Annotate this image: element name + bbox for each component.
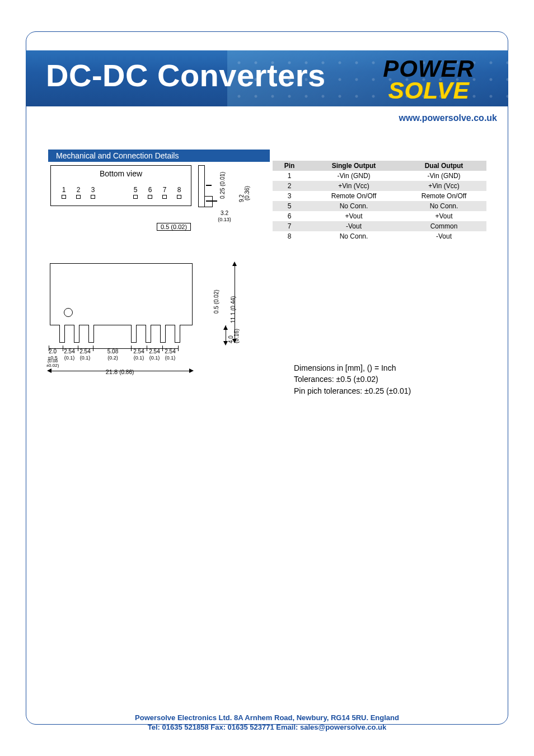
dim-lead-in2: ±0.02) bbox=[46, 363, 59, 368]
dim-lead-0-5: 0.5 (0.02) bbox=[157, 223, 191, 231]
dim-val: 2.54 bbox=[149, 348, 160, 354]
table-row: 2+Vin (Vcc)+Vin (Vcc) bbox=[273, 181, 486, 191]
dim-tick bbox=[178, 346, 179, 351]
website-url: www.powersolve.co.uk bbox=[399, 113, 497, 123]
mounting-hole-icon bbox=[64, 308, 73, 317]
arrow-up-icon bbox=[223, 325, 228, 330]
dimension-note-2: Tolerances: ±0.5 (±0.02) bbox=[294, 374, 411, 385]
pin-pad-6 bbox=[148, 195, 152, 199]
dim-tick bbox=[93, 346, 93, 351]
dim-val: 2.54 bbox=[165, 348, 175, 354]
side-profile-body bbox=[198, 165, 205, 207]
dim-h-0-5: 0.5 (0.02) bbox=[213, 290, 219, 314]
drawing-bottom-view: Bottom view 1 2 3 5 6 7 8 0.25 (0.01) 9.… bbox=[50, 162, 252, 241]
dimension-notes: Dimensions in [mm], () = Inch Tolerances… bbox=[294, 362, 411, 396]
dimension-note-3: Pin pich tolerances: ±0.25 (±0.01) bbox=[294, 385, 411, 396]
pin-pad-7 bbox=[162, 195, 167, 199]
footer: Powersolve Electronics Ltd. 8A Arnhem Ro… bbox=[0, 713, 534, 732]
dual-cell: +Vout bbox=[401, 211, 486, 221]
dim-2-54a: 2.54(0.1) bbox=[62, 349, 77, 361]
arrow-up-icon bbox=[232, 262, 237, 266]
dim-val: 2.54 bbox=[79, 348, 90, 354]
dim-3-2-val: 3.2 bbox=[221, 210, 228, 216]
pin-leg bbox=[59, 325, 65, 343]
side-profile-pin-stub bbox=[206, 185, 212, 186]
pin-number-3: 3 bbox=[90, 186, 96, 194]
brand-logo-power: POWER bbox=[357, 58, 500, 80]
dual-cell: -Vout bbox=[401, 231, 486, 241]
pin-leg bbox=[175, 325, 180, 343]
dim-val: 5.08 bbox=[107, 348, 118, 354]
table-row: 8No Conn.-Vout bbox=[273, 231, 486, 241]
pin-number-6: 6 bbox=[147, 186, 153, 194]
table-row: 5No Conn.No Conn. bbox=[273, 201, 486, 211]
dim-in: (0.1) bbox=[165, 355, 176, 361]
pin-cell: 8 bbox=[273, 231, 306, 241]
pin-number-5: 5 bbox=[133, 186, 138, 194]
footer-contact: Tel: 01635 521858 Fax: 01635 523771 Emai… bbox=[0, 722, 534, 732]
pin-number-1: 1 bbox=[61, 186, 67, 194]
dim-val: 2.54 bbox=[133, 348, 144, 354]
pin-number-7: 7 bbox=[162, 186, 167, 194]
dim-h-4-0-in: (0.16) bbox=[233, 329, 240, 343]
dim-2-54d: 2.54(0.1) bbox=[147, 349, 162, 361]
single-cell: +Vin (Vcc) bbox=[306, 181, 401, 191]
dim-in: (0.1) bbox=[134, 355, 144, 361]
dimension-note-1: Dimensions in [mm], () = Inch bbox=[294, 362, 411, 374]
pin-table: Pin Single Output Dual Output 1-Vin (GND… bbox=[273, 161, 486, 241]
footer-address: Powersolve Electronics Ltd. 8A Arnhem Ro… bbox=[0, 713, 534, 723]
single-cell: No Conn. bbox=[306, 201, 401, 211]
single-cell: -Vout bbox=[306, 221, 401, 231]
pin-leg bbox=[131, 325, 137, 343]
pin-leg bbox=[160, 325, 166, 343]
dual-cell: No Conn. bbox=[401, 201, 486, 211]
pin-cell: 1 bbox=[273, 171, 306, 181]
dim-21-8-in: (0.86) bbox=[119, 369, 134, 375]
baseline bbox=[50, 325, 193, 325]
brand-logo: POWER SOLVE bbox=[357, 58, 500, 101]
dual-cell: -Vin (GND) bbox=[401, 171, 486, 181]
pin-pad-8 bbox=[177, 195, 181, 199]
dim-2-54c: 2.54(0.1) bbox=[131, 349, 147, 361]
pin-pad-1 bbox=[62, 195, 66, 199]
pin-number-8: 8 bbox=[176, 186, 182, 194]
dim-in: (0.1) bbox=[64, 355, 75, 361]
dual-cell: Common bbox=[401, 221, 486, 231]
dim-lead-inch: (0.08 ±0.02) bbox=[45, 359, 60, 368]
dim-in: (0.1) bbox=[149, 355, 160, 361]
page-root: DC-DC Converters POWER SOLVE www.powerso… bbox=[0, 0, 534, 756]
dim-val: 2.54 bbox=[64, 348, 74, 354]
side-profile-pin-stub2 bbox=[206, 200, 217, 202]
dual-cell: Remote On/Off bbox=[401, 191, 486, 201]
height-dimensions: 0.5 (0.02) 11.1 (0.44) 4.0 (0.16) bbox=[201, 260, 254, 356]
pin-leg bbox=[74, 325, 79, 343]
arrow-down-icon bbox=[223, 341, 228, 346]
pin-pad-3 bbox=[91, 195, 95, 199]
pitch-dimensions: 2.0 ±0.5 (0.08 ±0.02) 2.54(0.1) 2.54(0.1… bbox=[47, 349, 199, 382]
dim-3-2: 3.2 (0.13) bbox=[216, 210, 233, 222]
side-profile-standoff bbox=[205, 196, 213, 207]
single-cell: No Conn. bbox=[306, 231, 401, 241]
pin-table-header-single: Single Output bbox=[306, 161, 401, 171]
pin-table-header-dual: Dual Output bbox=[401, 161, 486, 171]
pin-table-header-pin: Pin bbox=[273, 161, 306, 171]
pin-pad-2 bbox=[76, 195, 81, 199]
pin-leg bbox=[88, 325, 94, 343]
brand-logo-solve: SOLVE bbox=[357, 80, 500, 102]
table-row: 7-VoutCommon bbox=[273, 221, 486, 231]
dim-h-11-1: 11.1 (0.44) bbox=[230, 296, 236, 323]
dim-21-8-val: 21.8 bbox=[106, 368, 118, 375]
pin-number-2: 2 bbox=[76, 186, 81, 194]
dim-3-2-in: (0.13) bbox=[218, 217, 231, 222]
table-row: 3Remote On/OffRemote On/Off bbox=[273, 191, 486, 201]
pin-cell: 7 bbox=[273, 221, 306, 231]
pin-cell: 2 bbox=[273, 181, 306, 191]
section-header-bar: Mechanical and Connection Details bbox=[48, 150, 486, 162]
dim-21-8: 21.8 (0.86) bbox=[47, 369, 193, 376]
pin-pad-5 bbox=[133, 195, 138, 199]
pin-cell: 5 bbox=[273, 201, 306, 211]
dim-2-54b: 2.54(0.1) bbox=[77, 349, 93, 361]
single-cell: Remote On/Off bbox=[306, 191, 401, 201]
pin-leg bbox=[146, 325, 151, 343]
pin-cell: 6 bbox=[273, 211, 306, 221]
